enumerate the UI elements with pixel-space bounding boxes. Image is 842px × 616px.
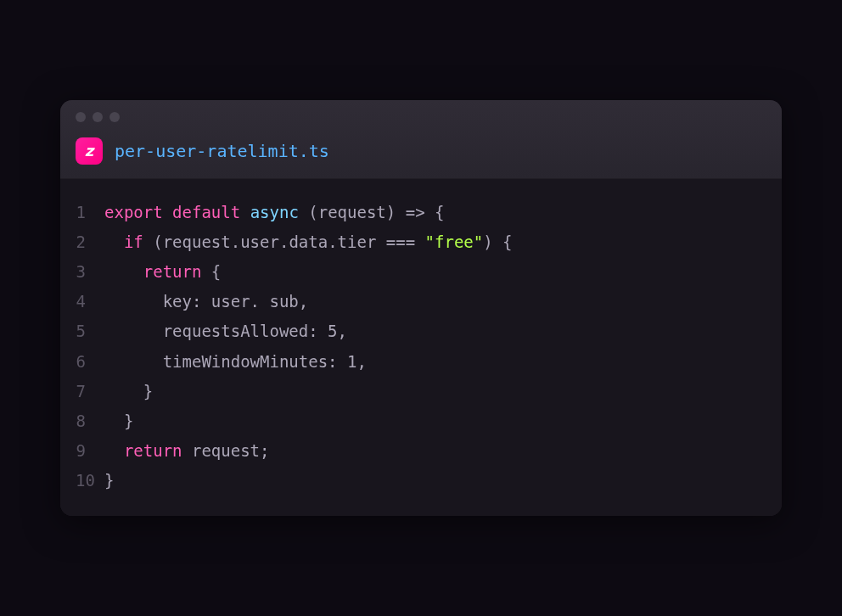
traffic-lights (76, 112, 766, 122)
line-number: 8 (76, 406, 104, 436)
code-line: 8 } (76, 406, 766, 436)
line-number: 4 (76, 287, 104, 316)
code-area[interactable]: 1export default async (request) => {2 if… (60, 178, 782, 516)
tabbar: z per-user-ratelimit.ts (76, 137, 766, 165)
line-number: 6 (76, 347, 104, 377)
line-number: 3 (76, 257, 104, 287)
code-content: } (104, 377, 153, 406)
code-content: if (request.user.data.tier === "free") { (104, 227, 513, 257)
line-number: 2 (76, 227, 104, 257)
line-number: 7 (76, 377, 104, 406)
code-content: return { (104, 257, 221, 287)
code-line: 2 if (request.user.data.tier === "free")… (76, 227, 766, 257)
code-content: export default async (request) => { (104, 198, 444, 227)
line-number: 10 (76, 466, 104, 496)
code-line: 5 requestsAllowed: 5, (76, 316, 766, 346)
code-line: 7 } (76, 377, 766, 406)
close-icon[interactable] (76, 112, 86, 122)
code-line: 4 key: user. sub, (76, 287, 766, 316)
line-number: 5 (76, 316, 104, 346)
code-line: 6 timeWindowMinutes: 1, (76, 347, 766, 377)
code-line: 1export default async (request) => { (76, 198, 766, 227)
editor-window: z per-user-ratelimit.ts 1export default … (60, 100, 782, 516)
code-line: 3 return { (76, 257, 766, 287)
line-number: 1 (76, 198, 104, 227)
code-line: 10} (76, 466, 766, 496)
code-content: } (104, 466, 114, 496)
code-content: timeWindowMinutes: 1, (104, 347, 367, 377)
app-icon[interactable]: z (76, 137, 103, 165)
code-content: return request; (104, 436, 269, 466)
minimize-icon[interactable] (93, 112, 103, 122)
maximize-icon[interactable] (109, 112, 120, 122)
code-content: } (104, 406, 133, 436)
file-tab[interactable]: per-user-ratelimit.ts (115, 141, 329, 161)
code-content: requestsAllowed: 5, (104, 316, 347, 346)
code-line: 9 return request; (76, 436, 766, 466)
titlebar: z per-user-ratelimit.ts (60, 100, 782, 178)
line-number: 9 (76, 436, 104, 466)
code-content: key: user. sub, (104, 287, 308, 316)
